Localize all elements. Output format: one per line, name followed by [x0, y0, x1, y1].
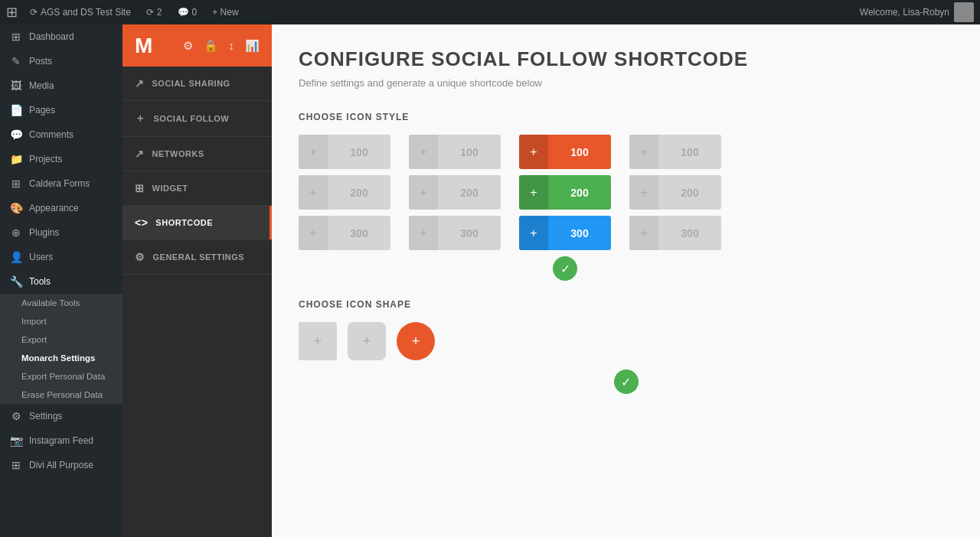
plus-icon: + — [299, 216, 328, 250]
icon-style-col-1: + 100 + 200 + 300 — [299, 135, 390, 281]
projects-icon: 📁 — [9, 153, 23, 165]
plugin-nav-general-settings[interactable]: ⚙ General Settings — [122, 240, 272, 275]
plus-icon: + — [409, 135, 438, 169]
sidebar-item-settings[interactable]: ⚙ Settings — [0, 404, 122, 428]
icon-style-btn-col1-300[interactable]: + 300 — [299, 216, 390, 250]
monarch-logo: M — [135, 34, 152, 58]
sidebar-item-divi[interactable]: ⊞ Divi All Purpose — [0, 453, 122, 477]
sidebar-item-export[interactable]: Export — [0, 330, 122, 349]
icon-style-col-4: + 100 + 200 + 300 — [629, 135, 721, 281]
networks-icon: ↗ — [135, 148, 145, 160]
sidebar-item-import[interactable]: Import — [0, 312, 122, 330]
shortcode-icon: <> — [135, 216, 148, 229]
sidebar-item-export-personal[interactable]: Export Personal Data — [0, 367, 122, 386]
icon-style-btn-col4-300[interactable]: + 300 — [629, 216, 721, 250]
count-label: 200 — [658, 187, 721, 199]
sidebar-item-tools[interactable]: 🔧 Tools — [0, 269, 122, 294]
share-header-icon[interactable]: ↕ — [229, 39, 235, 53]
icon-style-col-3-selected: + 100 + 200 + 300 ✓ — [519, 135, 611, 281]
sidebar-item-posts[interactable]: ✎ Posts — [0, 49, 122, 73]
plugin-nav-social-sharing[interactable]: ↗ Social Sharing — [122, 67, 272, 101]
sidebar-item-comments[interactable]: 💬 Comments — [0, 122, 122, 147]
tools-icon: 🔧 — [9, 275, 23, 288]
sidebar-item-available-tools[interactable]: Available Tools — [0, 294, 122, 312]
icon-style-btn-col2-100[interactable]: + 100 — [409, 135, 501, 169]
content-area: Configure Social Follow Shortcode Define… — [272, 24, 980, 537]
sidebar-item-monarch-settings[interactable]: Monarch Settings — [0, 349, 122, 367]
tools-submenu: Available Tools Import Export Monarch Se… — [0, 294, 122, 404]
sidebar-item-appearance[interactable]: 🎨 Appearance — [0, 196, 122, 220]
sidebar-item-dashboard[interactable]: ⊞ Dashboard — [0, 24, 122, 49]
posts-icon: ✎ — [9, 55, 23, 67]
plus-icon: + — [519, 216, 548, 250]
count-label: 100 — [658, 146, 721, 158]
admin-bar: ⊞ ⟳ AGS and DS Test Site ⟳ 2 💬 0 + New W… — [0, 0, 980, 24]
divi-icon: ⊞ — [9, 459, 23, 471]
plugin-nav-networks[interactable]: ↗ Networks — [122, 137, 272, 171]
plus-icon: + — [519, 135, 548, 169]
plus-icon: + — [629, 216, 658, 250]
admin-bar-site[interactable]: ⟳ AGS and DS Test Site — [24, 7, 137, 18]
pages-icon: 📄 — [9, 104, 23, 116]
shape-btn-rounded[interactable]: + — [348, 322, 386, 360]
page-subtitle: Define settings and generate a unique sh… — [299, 77, 953, 89]
icon-style-heading: Choose Icon Style — [299, 112, 953, 122]
plus-icon: + — [409, 216, 438, 250]
count-label: 100 — [328, 146, 390, 158]
sidebar-item-projects[interactable]: 📁 Projects — [0, 147, 122, 171]
media-icon: 🖼 — [9, 80, 23, 92]
shape-btn-circle[interactable]: + — [397, 322, 435, 360]
count-label: 100 — [548, 146, 611, 158]
page-title: Configure Social Follow Shortcode — [299, 47, 953, 71]
admin-bar-new[interactable]: + New — [206, 7, 244, 18]
icon-style-btn-col4-100[interactable]: + 100 — [629, 135, 721, 169]
sidebar-item-erase-personal[interactable]: Erase Personal Data — [0, 386, 122, 404]
admin-bar-updates[interactable]: ⟳ 2 — [140, 7, 168, 18]
icon-style-btn-col4-200[interactable]: + 200 — [629, 175, 721, 210]
icon-style-btn-col1-100[interactable]: + 100 — [299, 135, 390, 169]
plugin-nav-widget[interactable]: ⊞ Widget — [122, 171, 272, 206]
icon-style-checkmark: ✓ — [519, 256, 611, 281]
icon-style-btn-col3-100[interactable]: + 100 — [519, 135, 611, 169]
sidebar-item-media[interactable]: 🖼 Media — [0, 73, 122, 98]
appearance-icon: 🎨 — [9, 202, 23, 214]
icon-shape-heading: Choose Icon Shape — [299, 299, 953, 310]
icon-style-col-2: + 100 + 200 + 300 — [409, 135, 501, 281]
count-label: 300 — [548, 227, 611, 239]
plugin-sidebar: M ⚙ 🔒 ↕ 📊 ↗ Social Sharing ＋ Social Foll… — [122, 24, 272, 537]
plus-icon: + — [519, 175, 548, 210]
sidebar-item-plugins[interactable]: ⊕ Plugins — [0, 220, 122, 245]
comments-nav-icon: 💬 — [9, 129, 23, 141]
admin-bar-welcome: Welcome, Lisa-Robyn — [860, 2, 974, 22]
lock-header-icon[interactable]: 🔒 — [204, 39, 218, 53]
updates-icon: ⟳ — [146, 7, 154, 18]
icon-style-btn-col2-300[interactable]: + 300 — [409, 216, 501, 250]
icon-style-btn-col2-200[interactable]: + 200 — [409, 175, 501, 210]
plus-icon: + — [629, 135, 658, 169]
settings-icon: ⚙ — [9, 410, 23, 422]
shape-btn-square[interactable]: + — [299, 322, 337, 360]
settings-header-icon[interactable]: ⚙ — [183, 39, 193, 53]
plugin-nav-social-follow[interactable]: ＋ Social Follow — [122, 101, 272, 137]
sidebar-item-users[interactable]: 👤 Users — [0, 245, 122, 269]
admin-bar-comments[interactable]: 💬 0 — [172, 7, 204, 18]
count-label: 200 — [328, 187, 390, 199]
stats-header-icon[interactable]: 📊 — [245, 39, 260, 53]
plus-icon: + — [409, 175, 438, 210]
plugin-header-icons: ⚙ 🔒 ↕ 📊 — [183, 39, 260, 53]
count-label: 100 — [438, 146, 501, 158]
count-label: 300 — [658, 227, 721, 239]
avatar — [954, 2, 974, 22]
site-icon: ⟳ — [30, 7, 38, 18]
plugin-nav-shortcode[interactable]: <> Shortcode — [122, 206, 272, 240]
wp-sidebar: ⊞ Dashboard ✎ Posts 🖼 Media 📄 Pages 💬 Co… — [0, 24, 122, 537]
widget-icon: ⊞ — [135, 182, 145, 194]
sidebar-item-instagram-feed[interactable]: 📷 Instagram Feed — [0, 428, 122, 453]
icon-style-btn-col3-200[interactable]: + 200 — [519, 175, 611, 210]
icon-style-btn-col1-200[interactable]: + 200 — [299, 175, 390, 210]
icon-style-btn-col3-300[interactable]: + 300 — [519, 216, 611, 250]
sidebar-item-caldera-forms[interactable]: ⊞ Caldera Forms — [0, 171, 122, 196]
plugin-header: M ⚙ 🔒 ↕ 📊 — [122, 24, 272, 67]
checkmark-icon: ✓ — [614, 369, 639, 394]
sidebar-item-pages[interactable]: 📄 Pages — [0, 98, 122, 122]
